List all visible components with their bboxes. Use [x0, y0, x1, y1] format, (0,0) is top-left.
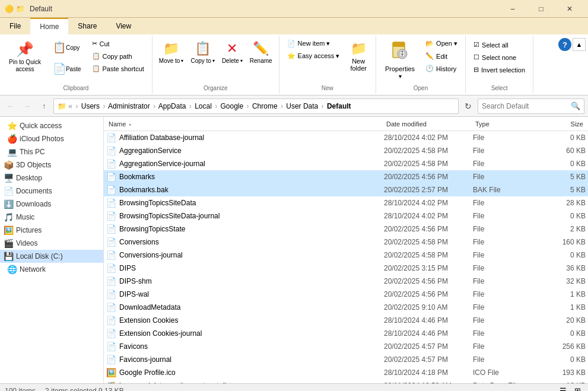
nav-item-documents[interactable]: 📄 Documents: [0, 185, 103, 198]
table-row[interactable]: 📄 DIPS 20/02/2025 3:15 PM File 36 KB: [104, 262, 588, 275]
table-row[interactable]: 📄 Affiliation Database-journal 28/10/202…: [104, 131, 588, 144]
pin-to-quick-access-button[interactable]: 📌 Pin to Quickaccess: [4, 38, 46, 76]
back-button[interactable]: ←: [4, 99, 18, 113]
nav-item-pictures[interactable]: 🖼️ Pictures: [0, 224, 103, 237]
history-button[interactable]: 🕐 History: [421, 63, 462, 74]
file-icon: 📄: [106, 224, 117, 234]
properties-button[interactable]: Properties▾: [380, 38, 420, 82]
tiles-view-button[interactable]: ⊞: [571, 385, 583, 392]
nav-item-downloads[interactable]: ⬇️ Downloads: [0, 198, 103, 211]
up-button[interactable]: ↑: [37, 99, 51, 113]
tab-share[interactable]: Share: [68, 18, 106, 34]
easy-access-button[interactable]: ⭐ Easy access ▾: [283, 50, 344, 62]
file-type: File: [473, 199, 544, 207]
local-disk-label: Local Disk (C:): [16, 252, 63, 260]
ribbon-tabs: File Home Share View: [0, 18, 588, 34]
nav-item-quick-access[interactable]: ⭐ Quick access: [0, 119, 103, 132]
maximize-button[interactable]: □: [527, 0, 555, 18]
tab-file[interactable]: File: [0, 18, 30, 34]
search-box[interactable]: 🔍: [478, 98, 584, 114]
invert-selection-button[interactable]: ⊟ Invert selection: [469, 64, 529, 75]
desktop-label: Desktop: [16, 174, 42, 182]
details-view-button[interactable]: ☰: [557, 385, 569, 392]
table-row[interactable]: 📄 BrowsingTopicsSiteData-journal 28/10/2…: [104, 209, 588, 222]
delete-label: Delete ▾: [222, 58, 243, 64]
nav-item-local-disk[interactable]: 💾 Local Disk (C:): [0, 250, 103, 263]
table-row[interactable]: 📄 Conversions 20/02/2025 4:58 PM File 16…: [104, 236, 588, 249]
file-list-container[interactable]: Name ▾ Date modified Type Size 📄 Affilia…: [104, 117, 588, 383]
select-all-button[interactable]: ☑ Select all: [469, 39, 529, 50]
table-row[interactable]: 📄 AggregationService-journal 20/02/2025 …: [104, 157, 588, 170]
column-size[interactable]: Size: [544, 120, 586, 128]
minimize-button[interactable]: –: [499, 0, 526, 18]
ribbon-collapse-button[interactable]: ▲: [573, 38, 586, 51]
file-date: 29/11/2024 10:52 AM: [384, 382, 473, 383]
file-date: 20/02/2025 4:58 PM: [384, 160, 473, 168]
help-button[interactable]: ?: [558, 38, 571, 51]
edit-label: Edit: [436, 53, 447, 60]
file-name: BrowsingTopicsState: [119, 225, 384, 233]
table-row[interactable]: 📄 AggregationService 20/02/2025 4:58 PM …: [104, 144, 588, 157]
file-type: File: [473, 277, 544, 285]
column-date[interactable]: Date modified: [384, 120, 473, 128]
nav-item-desktop[interactable]: 🖥️ Desktop: [0, 171, 103, 185]
copy-button[interactable]: 📋 Copy: [47, 38, 87, 58]
nav-item-music[interactable]: 🎵 Music: [0, 211, 103, 224]
table-row[interactable]: 📄 Bookmarks 20/02/2025 4:56 PM File 5 KB: [104, 170, 588, 183]
file-date: 20/02/2025 4:58 PM: [384, 238, 473, 246]
table-row[interactable]: 🖼️ Google Profile.ico 28/10/2024 4:18 PM…: [104, 366, 588, 379]
copy-to-button[interactable]: 📋 Copy to ▾: [187, 38, 217, 67]
select-none-button[interactable]: ☐ Select none: [469, 52, 529, 63]
delete-button[interactable]: ✕ Delete ▾: [219, 38, 246, 67]
nav-item-this-pc[interactable]: 💻 This PC: [0, 145, 103, 158]
file-date: 20/02/2025 4:58 PM: [384, 147, 473, 155]
address-path[interactable]: 📁 « › Users › Administrator › AppData › …: [53, 98, 459, 114]
select-buttons: ☑ Select all ☐ Select none ⊟ Invert sele…: [469, 38, 529, 77]
nav-item-videos[interactable]: 🎬 Videos: [0, 237, 103, 250]
network-icon: 🌐: [7, 265, 17, 274]
table-row[interactable]: 📄 Extension Cookies-journal 28/10/2024 4…: [104, 327, 588, 340]
forward-button[interactable]: →: [20, 99, 34, 113]
table-row[interactable]: 🗃️ heavy_ad_intervention_opt_out.db 29/1…: [104, 379, 588, 383]
properties-icon: [390, 41, 409, 64]
nav-item-network[interactable]: 🌐 Network: [0, 263, 103, 276]
new-folder-button[interactable]: 📁 Newfolder: [345, 38, 372, 75]
table-row[interactable]: 📄 BrowsingTopicsSiteData 28/10/2024 4:02…: [104, 196, 588, 209]
column-name[interactable]: Name ▾: [106, 120, 384, 128]
file-icon: 📄: [106, 303, 117, 312]
move-to-button[interactable]: 📁 Move to ▾: [156, 38, 187, 67]
new-item-button[interactable]: 📄 New item ▾: [283, 38, 344, 49]
help-area: ? ▲: [556, 36, 588, 94]
new-group: 📄 New item ▾ ⭐ Easy access ▾ 📁 Newfolder…: [279, 36, 376, 94]
paste-button[interactable]: 📄 Paste: [47, 59, 87, 80]
file-size: 1 KB: [544, 303, 586, 311]
table-row[interactable]: 📄 DownloadMetadata 20/02/2025 9:10 AM Fi…: [104, 301, 588, 314]
open-button[interactable]: 📂 Open ▾: [421, 38, 462, 49]
selected-info: 2 items selected 9.13 KB: [45, 387, 124, 392]
copy-path-button[interactable]: 📋 Copy path: [88, 50, 148, 62]
table-row[interactable]: 📄 Extension Cookies 28/10/2024 4:46 PM F…: [104, 314, 588, 327]
file-rows: 📄 Affiliation Database-journal 28/10/202…: [104, 131, 588, 383]
table-row[interactable]: 📄 Favicons-journal 20/02/2025 4:57 PM Fi…: [104, 353, 588, 366]
close-button[interactable]: ✕: [556, 0, 583, 18]
tab-view[interactable]: View: [106, 18, 141, 34]
table-row[interactable]: 📄 Bookmarks.bak 20/02/2025 2:57 PM BAK F…: [104, 183, 588, 196]
table-row[interactable]: 📄 BrowsingTopicsState 20/02/2025 4:56 PM…: [104, 222, 588, 236]
search-input[interactable]: [482, 102, 571, 110]
table-row[interactable]: 📄 Favicons 20/02/2025 4:57 PM File 256 K…: [104, 340, 588, 353]
status-bar: 100 items 2 items selected 9.13 KB ☰ ⊞: [0, 383, 588, 391]
nav-item-icloud-photos[interactable]: 🍎 iCloud Photos: [0, 132, 103, 145]
table-row[interactable]: 📄 Conversions-journal 20/02/2025 4:58 PM…: [104, 249, 588, 262]
nav-item-3d-objects[interactable]: 📦 3D Objects: [0, 158, 103, 171]
edit-button[interactable]: ✏️ Edit: [421, 50, 462, 62]
title-bar-icons: 🟡 📁: [5, 5, 25, 13]
paste-shortcut-button[interactable]: 📋 Paste shortcut: [88, 63, 148, 74]
tab-home[interactable]: Home: [30, 18, 68, 34]
table-row[interactable]: 📄 DIPS-wal 20/02/2025 4:56 PM File 1 KB: [104, 288, 588, 301]
table-row[interactable]: 📄 DIPS-shm 20/02/2025 4:56 PM File 32 KB: [104, 275, 588, 288]
refresh-button[interactable]: ↻: [461, 99, 475, 113]
column-type[interactable]: Type: [473, 120, 544, 128]
cut-button[interactable]: ✂ Cut: [88, 38, 148, 49]
cut-icon: ✂: [92, 40, 97, 47]
rename-button[interactable]: ✏️ Rename: [247, 38, 275, 67]
